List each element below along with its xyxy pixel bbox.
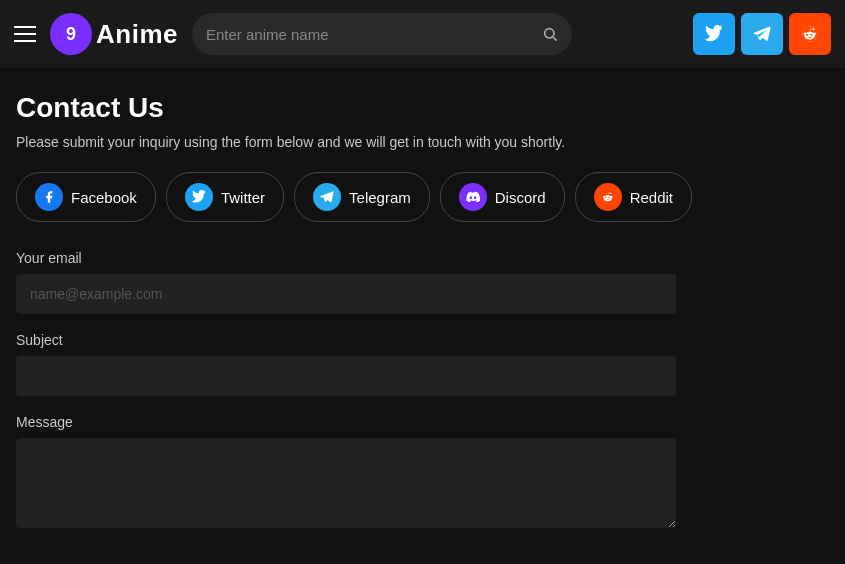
twitter-social-icon	[185, 183, 213, 211]
logo-icon: 9	[50, 13, 92, 55]
twitter-social-button[interactable]: Twitter	[166, 172, 284, 222]
logo[interactable]: 9 Anime	[50, 13, 178, 55]
header-social-buttons	[693, 13, 831, 55]
facebook-icon	[35, 183, 63, 211]
twitter-label: Twitter	[221, 189, 265, 206]
header: 9 Anime	[0, 0, 845, 68]
discord-social-icon	[459, 183, 487, 211]
header-twitter-button[interactable]	[693, 13, 735, 55]
svg-point-0	[545, 29, 554, 38]
email-label: Your email	[16, 250, 676, 266]
telegram-icon	[753, 25, 771, 43]
email-input[interactable]	[16, 274, 676, 314]
facebook-social-button[interactable]: Facebook	[16, 172, 156, 222]
social-buttons-row: Facebook Twitter Telegram Discord Reddit	[16, 172, 829, 222]
contact-form: Your email Subject Message	[16, 250, 676, 550]
header-reddit-button[interactable]	[789, 13, 831, 55]
subject-input[interactable]	[16, 356, 676, 396]
facebook-label: Facebook	[71, 189, 137, 206]
search-button[interactable]	[542, 26, 558, 42]
discord-label: Discord	[495, 189, 546, 206]
discord-social-button[interactable]: Discord	[440, 172, 565, 222]
reddit-social-button[interactable]: Reddit	[575, 172, 692, 222]
header-telegram-button[interactable]	[741, 13, 783, 55]
reddit-social-icon	[594, 183, 622, 211]
page-description: Please submit your inquiry using the for…	[16, 134, 829, 150]
search-bar	[192, 13, 572, 55]
menu-button[interactable]	[14, 26, 36, 42]
telegram-label: Telegram	[349, 189, 411, 206]
telegram-social-button[interactable]: Telegram	[294, 172, 430, 222]
subject-label: Subject	[16, 332, 676, 348]
message-textarea[interactable]	[16, 438, 676, 528]
reddit-label: Reddit	[630, 189, 673, 206]
telegram-social-icon	[313, 183, 341, 211]
search-icon	[542, 26, 558, 42]
logo-text: Anime	[96, 19, 178, 50]
search-input[interactable]	[206, 26, 542, 43]
reddit-icon	[801, 25, 819, 43]
twitter-icon	[705, 25, 723, 43]
main-content: Contact Us Please submit your inquiry us…	[0, 68, 845, 564]
svg-line-1	[553, 37, 556, 40]
page-title: Contact Us	[16, 92, 829, 124]
message-label: Message	[16, 414, 676, 430]
